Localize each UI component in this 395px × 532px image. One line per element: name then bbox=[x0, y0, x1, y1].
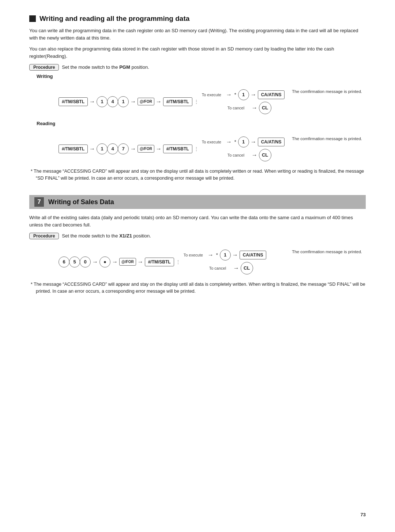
writing-diagram: The comfirmation message is printed. #/T… bbox=[59, 89, 366, 114]
sales-key-0: 0 bbox=[80, 256, 91, 267]
sales-key-dot: ● bbox=[99, 256, 110, 267]
section-7-title: Writing of Sales Data bbox=[48, 198, 114, 206]
reading-key-htmsbtl1: #/TM/SBTL bbox=[59, 145, 88, 153]
reading-key-cl: CL bbox=[259, 149, 271, 161]
section-writing-title-block: Writing and reading all the programming … bbox=[29, 15, 366, 23]
sales-asterisk: * bbox=[216, 252, 218, 258]
reading-to-execute: To execute bbox=[202, 140, 223, 144]
section-writing-title: Writing and reading all the programming … bbox=[40, 15, 189, 23]
writing-left-seq: #/TM/SBTL → 1 4 1 → @/FOR → #/TM/SBTL ⋮ bbox=[59, 96, 201, 107]
procedure-line-sales: Procedure Set the mode switch to the X1/… bbox=[29, 233, 366, 239]
writing-key-htmsbtl2: #/TM/SBTL bbox=[163, 97, 192, 106]
writing-key-1b: 1 bbox=[118, 96, 129, 107]
reading-key-1-exec: 1 bbox=[238, 136, 249, 147]
reading-conf-msg: The comfirmation message is printed. bbox=[292, 136, 362, 141]
reading-key-4a: 4 bbox=[107, 143, 118, 154]
reading-dashed-sep: ⋮ bbox=[194, 146, 200, 152]
reading-key-caatns: CA/AT/NS bbox=[258, 138, 285, 146]
sales-diagram: The comfirmation message is printed. 6 5… bbox=[59, 250, 366, 274]
reading-key-for: @/FOR bbox=[138, 145, 154, 153]
reading-left-seq: #/TM/SBTL → 1 4 7 → @/FOR → #/TM/SBTL ⋮ bbox=[59, 143, 201, 154]
section-number-box: 7 bbox=[34, 197, 44, 207]
sales-to-cancel: To cancel bbox=[209, 266, 230, 270]
writing-to-cancel: To cancel bbox=[227, 106, 249, 110]
writing-conf-msg: The comfirmation message is printed. bbox=[292, 89, 362, 94]
procedure-text-sales: Set the mode switch to the X1/Z1 positio… bbox=[62, 233, 151, 239]
writing-key-1a: 1 bbox=[97, 96, 108, 107]
sales-key-5: 5 bbox=[69, 256, 80, 267]
sales-key-1-exec: 1 bbox=[220, 250, 231, 261]
writing-asterisk: * bbox=[234, 92, 236, 97]
sales-key-caatns: CA/AT/NS bbox=[240, 251, 267, 259]
section-writing-note: * The message “ACCESSING CARD” will appe… bbox=[31, 168, 366, 182]
sales-dashed-sep: ⋮ bbox=[176, 259, 181, 265]
reading-to-cancel: To cancel bbox=[227, 153, 249, 157]
section-sales: 7 Writing of Sales Data Write all of the… bbox=[29, 195, 366, 295]
writing-key-1-exec: 1 bbox=[238, 89, 249, 100]
writing-key-for: @/FOR bbox=[138, 98, 154, 105]
procedure-badge-sales: Procedure bbox=[29, 233, 59, 239]
section-7-header: 7 Writing of Sales Data bbox=[29, 195, 366, 209]
writing-key-4a: 4 bbox=[107, 96, 118, 107]
reading-label: Reading bbox=[37, 121, 366, 126]
sales-conf-msg: The comfirmation message is printed. bbox=[292, 250, 362, 254]
xz-label: X1/Z1 bbox=[119, 233, 132, 239]
reading-diagram: The comfirmation message is printed. #/T… bbox=[59, 136, 366, 161]
writing-key-caatns: CA/AT/NS bbox=[258, 90, 285, 99]
procedure-text-writing: Set the mode switch to the PGM position. bbox=[62, 64, 149, 70]
sales-key-cl: CL bbox=[241, 262, 253, 274]
writing-key-cl: CL bbox=[259, 102, 271, 114]
sales-to-execute: To execute bbox=[184, 253, 205, 257]
reading-key-htmsbtl2: #/TM/SBTL bbox=[163, 145, 192, 153]
section-sales-body1: Write all of the existing sales data (da… bbox=[29, 214, 366, 229]
reading-key-1a: 1 bbox=[97, 143, 108, 154]
page-number: 73 bbox=[361, 512, 366, 517]
procedure-badge-writing: Procedure bbox=[29, 64, 59, 71]
reading-asterisk: * bbox=[234, 139, 236, 145]
section-writing-body2: You can also replace the programming dat… bbox=[29, 45, 366, 60]
sales-key-6: 6 bbox=[59, 256, 69, 267]
reading-key-7: 7 bbox=[118, 143, 129, 154]
writing-key-htmsbtl1: #/TM/SBTL bbox=[59, 97, 88, 106]
writing-dashed-sep: ⋮ bbox=[194, 99, 200, 105]
black-square-icon bbox=[29, 15, 36, 22]
sales-key-for: @/FOR bbox=[119, 258, 136, 266]
writing-to-execute: To execute bbox=[202, 93, 223, 97]
sales-left-seq: 6 5 0 → ● → @/FOR → #/TM/SBTL ⋮ bbox=[59, 256, 183, 267]
section-writing: Writing and reading all the programming … bbox=[29, 15, 366, 182]
pgm-label: PGM bbox=[119, 64, 130, 70]
section-writing-body1: You can write all the programming data i… bbox=[29, 27, 366, 42]
section-sales-note: * The message “ACCESSING CARD” will appe… bbox=[31, 281, 366, 295]
sales-key-htmsbtl: #/TM/SBTL bbox=[145, 258, 174, 266]
procedure-line-writing: Procedure Set the mode switch to the PGM… bbox=[29, 64, 366, 71]
writing-label: Writing bbox=[37, 74, 366, 79]
